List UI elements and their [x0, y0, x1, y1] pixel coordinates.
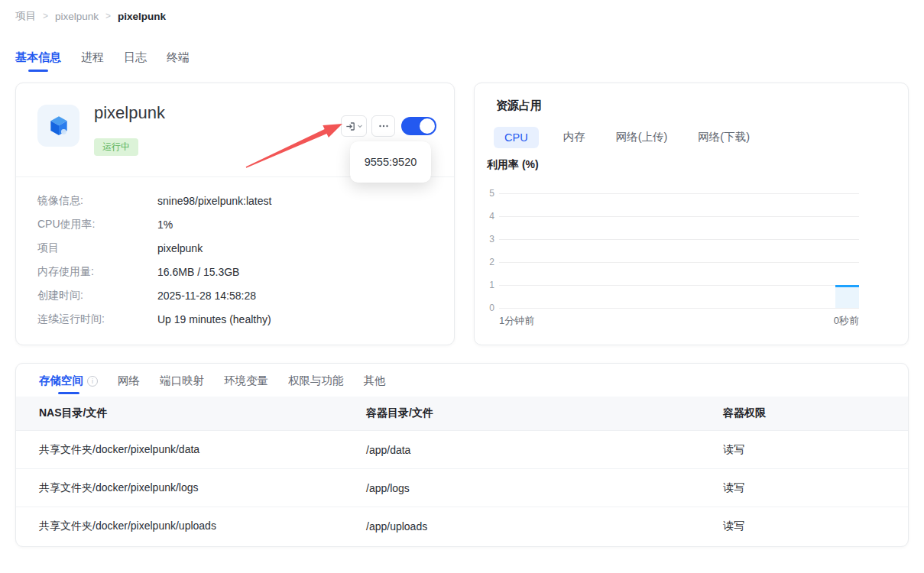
- info-row-uptime: 连续运行时间: Up 19 minutes (healthy): [37, 307, 439, 331]
- table-row: 共享文件夹/docker/pixelpunk/data /app/data 读写: [16, 431, 908, 469]
- tab-processes[interactable]: 进程: [81, 50, 104, 72]
- chart-plot-area: 012345: [499, 193, 859, 308]
- active-tab-underline: [58, 392, 79, 394]
- chart-gridline: [499, 308, 859, 309]
- container-path-cell: /app/data: [366, 444, 723, 456]
- container-info-card: pixelpunk 运行中 9555:9520 镜像信息: snine98/p: [15, 83, 455, 345]
- chart-x-label-end: 0秒前: [834, 314, 859, 328]
- detail-tabs: 存储空间 i 网络 端口映射 环境变量 权限与功能 其他: [39, 374, 386, 394]
- breadcrumb-project[interactable]: pixelpunk: [55, 11, 99, 22]
- tab-terminal[interactable]: 终端: [167, 50, 190, 72]
- open-port-icon: [345, 121, 356, 132]
- active-tab-underline: [28, 70, 48, 72]
- tab-basic-info[interactable]: 基本信息: [15, 50, 61, 72]
- detail-tab-storage[interactable]: 存储空间 i: [39, 374, 98, 394]
- chart-ytick-label: 1: [479, 280, 494, 290]
- info-row-image: 镜像信息: snine98/pixelpunk:latest: [37, 189, 439, 212]
- chart-gridline: [499, 216, 859, 217]
- permission-cell: 读写: [723, 481, 876, 495]
- info-row-memory: 内存使用量: 16.6MB / 15.3GB: [37, 260, 439, 283]
- container-details-card: 存储空间 i 网络 端口映射 环境变量 权限与功能 其他 NAS目录/文件 容器…: [15, 363, 909, 547]
- breadcrumb-current: pixelpunk: [118, 11, 166, 22]
- container-actions: [341, 115, 436, 137]
- container-avatar: [37, 105, 79, 147]
- info-row-created: 创建时间: 2025-11-28 14:58:28: [37, 283, 439, 307]
- container-path-cell: /app/logs: [366, 482, 723, 494]
- breadcrumb: 项目 > pixelpunk > pixelpunk: [15, 9, 166, 23]
- container-name: pixelpunk: [94, 103, 165, 123]
- resource-tabs: CPU 内存 网络(上传) 网络(下载): [494, 125, 756, 149]
- chart-gridline: [499, 262, 859, 263]
- more-actions-button[interactable]: [371, 115, 395, 137]
- chart-axis-title: 利用率 (%): [487, 158, 539, 172]
- storage-mounts-table: NAS目录/文件 容器目录/文件 容器权限 共享文件夹/docker/pixel…: [16, 397, 908, 545]
- breadcrumb-projects[interactable]: 项目: [15, 9, 36, 23]
- chart-gridline: [499, 239, 859, 240]
- port-mapping-menu-item[interactable]: 9555:9520: [350, 141, 431, 183]
- nas-path-cell: 共享文件夹/docker/pixelpunk/data: [16, 443, 366, 457]
- chart-gridline: [499, 285, 859, 286]
- power-toggle[interactable]: [401, 117, 436, 135]
- permission-cell: 读写: [723, 520, 876, 533]
- table-header-row: NAS目录/文件 容器目录/文件 容器权限: [16, 397, 908, 431]
- chart-ytick-label: 4: [479, 211, 494, 222]
- chart-x-labels: 1分钟前 0秒前: [499, 314, 859, 328]
- permission-cell: 读写: [723, 443, 876, 457]
- status-badge: 运行中: [94, 138, 138, 156]
- chart-x-label-start: 1分钟前: [499, 314, 534, 328]
- info-row-project: 项目 pixelpunk: [37, 236, 439, 260]
- resource-tab-cpu[interactable]: CPU: [494, 127, 539, 148]
- resource-usage-card: 资源占用 CPU 内存 网络(上传) 网络(下载) 利用率 (%) 012345…: [474, 83, 909, 345]
- chart-area-segment: [835, 285, 859, 308]
- resource-tab-net-up[interactable]: 网络(上传): [610, 125, 674, 149]
- info-row-cpu: CPU使用率: 1%: [37, 212, 439, 236]
- detail-tab-env-vars[interactable]: 环境变量: [224, 374, 268, 388]
- container-path-cell: /app/uploads: [366, 520, 723, 533]
- header-permission: 容器权限: [723, 406, 876, 420]
- header-nas-path: NAS目录/文件: [16, 406, 366, 420]
- chart-ytick-label: 2: [479, 257, 494, 267]
- ellipsis-icon: [378, 121, 389, 131]
- chevron-down-icon: [357, 123, 363, 129]
- toggle-knob: [420, 118, 435, 134]
- nas-path-cell: 共享文件夹/docker/pixelpunk/logs: [16, 481, 366, 495]
- chart-gridline: [499, 193, 859, 194]
- detail-tab-port-mapping[interactable]: 端口映射: [160, 374, 204, 388]
- open-port-button[interactable]: [341, 115, 367, 137]
- tab-logs[interactable]: 日志: [124, 50, 147, 72]
- container-info-list: 镜像信息: snine98/pixelpunk:latest CPU使用率: 1…: [37, 189, 439, 331]
- page-tabs: 基本信息 进程 日志 终端: [15, 50, 190, 72]
- chart-ytick-label: 3: [479, 234, 494, 244]
- nas-path-cell: 共享文件夹/docker/pixelpunk/uploads: [16, 520, 366, 533]
- header-container-path: 容器目录/文件: [366, 406, 723, 420]
- detail-tab-other[interactable]: 其他: [364, 374, 386, 388]
- resource-tab-net-down[interactable]: 网络(下载): [692, 125, 756, 149]
- resource-card-title: 资源占用: [496, 99, 542, 113]
- detail-tab-capabilities[interactable]: 权限与功能: [288, 374, 344, 388]
- chart-ytick-label: 0: [479, 303, 494, 313]
- breadcrumb-separator-icon: >: [105, 11, 111, 21]
- breadcrumb-separator-icon: >: [43, 11, 48, 21]
- chart-ytick-label: 5: [479, 188, 494, 199]
- info-icon[interactable]: i: [87, 376, 98, 387]
- detail-tab-network[interactable]: 网络: [118, 374, 140, 388]
- table-row: 共享文件夹/docker/pixelpunk/logs /app/logs 读写: [16, 469, 908, 507]
- table-row: 共享文件夹/docker/pixelpunk/uploads /app/uplo…: [16, 507, 908, 545]
- resource-tab-memory[interactable]: 内存: [557, 125, 592, 149]
- container-cube-icon: [47, 114, 71, 138]
